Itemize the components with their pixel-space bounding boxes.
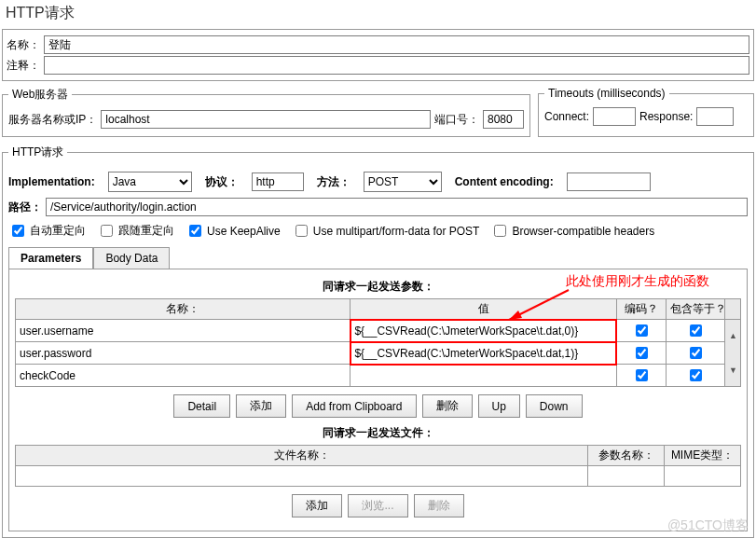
file-delete-button[interactable]: 删除 [414,494,464,517]
encode-checkbox[interactable] [636,324,648,337]
tab-parameters[interactable]: Parameters [8,247,93,269]
down-button[interactable]: Down [526,394,583,418]
col-value[interactable]: 值 [351,299,616,320]
annotation-text: 此处使用刚才生成的函数 [566,273,709,290]
file-add-button[interactable]: 添加 [292,494,342,517]
up-button[interactable]: Up [478,394,520,418]
table-row[interactable]: user.password ${__CSVRead(C:\JmeterWorkS… [16,342,741,365]
detail-button[interactable]: Detail [173,394,230,418]
timeouts-legend: Timeouts (milliseconds) [544,87,669,100]
proto-input[interactable] [252,172,304,191]
files-header: 同请求一起发送文件： [15,425,741,441]
port-input[interactable] [483,110,524,129]
proto-label: 协议： [205,174,239,190]
table-row[interactable] [16,466,741,487]
follow-redirect-checkbox[interactable]: 跟随重定向 [97,222,174,240]
comment-input[interactable] [44,56,749,75]
clipboard-button[interactable]: Add from Clipboard [292,394,416,418]
path-input[interactable] [46,198,748,216]
timeouts-fieldset: Timeouts (milliseconds) Connect: Respons… [538,87,754,137]
col-mime[interactable]: MIME类型： [665,446,741,466]
include-checkbox[interactable] [690,324,702,337]
col-encode[interactable]: 编码？ [616,299,666,320]
connect-label: Connect: [544,110,589,123]
include-checkbox[interactable] [690,369,702,381]
delete-button[interactable]: 删除 [422,394,473,418]
watermark: @51CTO博客 [667,517,749,534]
page-title: HTTP请求 [0,0,756,27]
response-label: Response: [639,110,693,123]
enc-label: Content encoding: [455,175,554,188]
files-table: 文件名称： 参数名称： MIME类型： [15,445,741,487]
params-table: 名称： 值 编码？ 包含等于？ user.username ${__CSVRea… [15,298,741,387]
httpreq-legend: HTTP请求 [8,145,67,160]
encode-checkbox[interactable] [636,347,648,359]
enc-input[interactable] [567,172,651,191]
col-name[interactable]: 名称： [16,299,351,320]
col-include[interactable]: 包含等于？ [666,299,724,320]
multipart-checkbox[interactable]: Use multipart/form-data for POST [292,222,480,240]
comment-label: 注释： [7,58,40,74]
auto-redirect-checkbox[interactable]: 自动重定向 [8,222,86,240]
encode-checkbox[interactable] [636,369,648,381]
method-select[interactable]: POST [364,172,442,192]
col-paramname[interactable]: 参数名称： [588,446,665,466]
add-button[interactable]: 添加 [236,394,286,418]
host-label: 服务器名称或IP： [8,112,97,128]
keepalive-checkbox[interactable]: Use KeepAlive [186,222,281,240]
col-filepath[interactable]: 文件名称： [16,446,588,466]
method-label: 方法： [317,174,351,190]
connect-input[interactable] [593,107,636,126]
port-label: 端口号： [434,112,479,128]
table-row[interactable]: user.username ${__CSVRead(C:\JmeterWorkS… [16,320,741,342]
include-checkbox[interactable] [690,347,702,359]
browser-compat-checkbox[interactable]: Browser-compatible headers [490,222,654,240]
response-input[interactable] [696,107,734,126]
name-input[interactable] [44,35,749,54]
httpreq-fieldset: HTTP请求 Implementation: Java 协议： 方法： POST… [2,145,754,538]
path-label: 路径： [8,200,42,215]
file-browse-button[interactable]: 浏览... [348,494,407,517]
name-label: 名称： [7,37,40,53]
webserver-fieldset: Web服务器 服务器名称或IP： 端口号： [2,87,530,137]
impl-select[interactable]: Java [108,172,192,192]
scrollbar[interactable]: ▲▼ [725,320,741,387]
scrollbar-header [725,299,741,320]
tab-body-data[interactable]: Body Data [93,247,170,269]
host-input[interactable] [101,110,431,129]
table-row[interactable]: checkCode [16,365,741,387]
impl-label: Implementation: [8,175,95,188]
webserver-legend: Web服务器 [8,87,72,103]
